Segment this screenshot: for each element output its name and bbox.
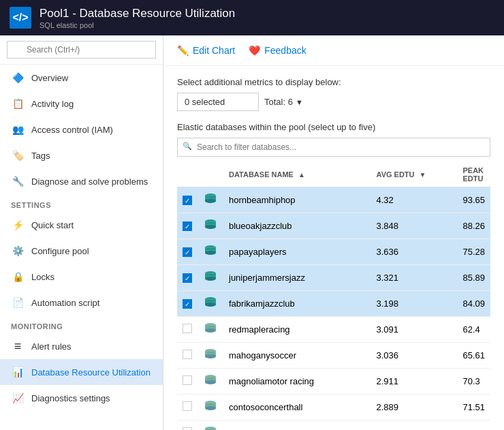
avg-edtu-cell: 2.889	[371, 395, 458, 420]
sidebar-item-automation-script[interactable]: 📄 Automation script	[0, 290, 163, 316]
feedback-icon: ❤️	[249, 45, 260, 56]
search-input[interactable]	[7, 41, 156, 59]
db-name-cell: dogwooddojo	[223, 420, 371, 431]
sidebar-item-alert-rules[interactable]: ≡ Alert rules	[0, 333, 163, 359]
db-resource-util-icon: 📊	[11, 365, 25, 379]
checkbox-unchecked[interactable]	[183, 350, 192, 359]
svg-rect-12	[205, 221, 216, 223]
sidebar-item-access-control[interactable]: 👥 Access control (IAM)	[0, 117, 163, 142]
avg-edtu-cell: 3.091	[371, 317, 458, 343]
row-checkbox-cell	[177, 369, 198, 395]
svg-rect-55	[205, 380, 216, 381]
col-db-name[interactable]: DATABASE NAME ▲	[223, 162, 371, 187]
sidebar-item-db-resource-util[interactable]: 📊 Database Resource Utilization	[0, 359, 163, 385]
table-row[interactable]: ✓ juniperjammersjazz3.32185.89	[177, 265, 490, 291]
table-row[interactable]: ✓ blueoakjazzclub3.84888.26	[177, 213, 490, 239]
db-icon-cell	[198, 420, 223, 431]
db-name-cell: mahoganysoccer	[223, 343, 371, 369]
checkbox-checked[interactable]: ✓	[183, 299, 192, 309]
app-header: </> Pool1 - Database Resource Utilizatio…	[0, 0, 504, 35]
metrics-dropdown[interactable]: 0 selected	[177, 93, 259, 111]
peak-edtu-cell: 85.89	[457, 265, 490, 291]
sidebar-item-quick-start[interactable]: ⚡ Quick start	[0, 212, 163, 238]
sidebar-item-locks[interactable]: 🔒 Locks	[0, 264, 163, 290]
iam-icon: 👥	[11, 123, 25, 136]
sidebar-item-label: Access control (IAM)	[31, 125, 113, 135]
row-checkbox-cell	[177, 420, 198, 431]
page-title: Pool1 - Database Resource Utilization	[40, 7, 235, 20]
svg-point-46	[205, 354, 216, 358]
monitoring-section-label: MONITORING	[0, 316, 163, 333]
db-stack-icon	[203, 269, 218, 284]
sidebar-item-diagnostics-settings[interactable]: 📈 Diagnostics settings	[0, 385, 163, 411]
svg-rect-68	[205, 429, 216, 430]
sidebar-item-label: Overview	[31, 73, 68, 83]
db-name-cell: redmapleracing	[223, 317, 371, 343]
sidebar-item-label: Alert rules	[31, 341, 72, 352]
table-row[interactable]: contosoconcerthall2.88971.51	[177, 395, 490, 420]
col-avg-edtu-label: AVG EDTU	[377, 170, 415, 179]
svg-rect-41	[205, 328, 216, 329]
sidebar-item-overview[interactable]: 🔷 Overview	[0, 65, 163, 91]
checkbox-unchecked[interactable]	[183, 427, 192, 430]
checkbox-checked[interactable]: ✓	[183, 247, 192, 257]
sidebar-item-label: Locks	[31, 272, 54, 282]
sort-asc-icon: ▲	[298, 171, 305, 179]
sidebar: 🔷 Overview 📋 Activity log 👥 Access contr…	[0, 35, 163, 430]
table-row[interactable]: mahoganysoccer3.03665.61	[177, 343, 490, 369]
db-filter-input[interactable]	[177, 138, 490, 157]
table-row[interactable]: ✓ fabrikamjazzclub3.19884.09	[177, 291, 490, 317]
checkbox-unchecked[interactable]	[183, 375, 192, 385]
db-section-label: Elastic databases within the pool (selec…	[177, 122, 490, 132]
sidebar-item-diagnose[interactable]: 🔧 Diagnose and solve problems	[0, 168, 163, 194]
sidebar-search-container	[0, 35, 163, 65]
sidebar-item-configure-pool[interactable]: ⚙️ Configure pool	[0, 238, 163, 264]
diagnostics-settings-icon: 📈	[11, 391, 25, 405]
avg-edtu-cell: 3.636	[371, 239, 458, 265]
sidebar-item-activity-log[interactable]: 📋 Activity log	[0, 91, 163, 117]
db-icon-cell	[198, 213, 223, 239]
avg-edtu-cell: 3.848	[371, 213, 458, 239]
svg-point-39	[205, 328, 216, 333]
feedback-label: Feedback	[264, 45, 306, 56]
peak-edtu-cell: 84.09	[457, 291, 490, 317]
db-name-cell: juniperjammersjazz	[223, 265, 371, 291]
metrics-label: Select additional metrics to display bel…	[177, 77, 490, 87]
table-row[interactable]: ✓ hornbeamhiphop4.3293.65	[177, 187, 490, 213]
toolbar: ✏️ Edit Chart ❤️ Feedback	[163, 35, 504, 66]
svg-point-11	[205, 225, 216, 229]
db-stack-icon	[203, 191, 218, 206]
db-name-cell: hornbeamhiphop	[223, 187, 371, 213]
checkbox-unchecked[interactable]	[183, 401, 192, 411]
edit-chart-label: Edit Chart	[193, 45, 235, 56]
sidebar-item-label: Configure pool	[31, 246, 89, 256]
svg-rect-26	[205, 273, 216, 275]
locks-icon: 🔒	[11, 270, 25, 283]
sidebar-item-tags[interactable]: 🏷️ Tags	[0, 142, 163, 168]
svg-rect-62	[205, 405, 216, 407]
col-avg-edtu[interactable]: AVG EDTU ▼	[371, 162, 458, 187]
feedback-button[interactable]: ❤️ Feedback	[249, 44, 306, 57]
tags-icon: 🏷️	[11, 149, 25, 162]
db-table: DATABASE NAME ▲ AVG EDTU ▼ PEAK EDTU ✓	[177, 162, 490, 430]
checkbox-checked[interactable]: ✓	[183, 196, 192, 205]
db-stack-icon	[203, 217, 218, 232]
checkbox-unchecked[interactable]	[183, 324, 192, 333]
table-row[interactable]: dogwooddojo2.73157.49	[177, 420, 490, 431]
edit-chart-button[interactable]: ✏️ Edit Chart	[177, 44, 235, 57]
metrics-total-value: Total: 6	[264, 97, 293, 107]
db-name-cell: contosoconcerthall	[223, 395, 371, 420]
table-row[interactable]: redmapleracing3.09162.4	[177, 317, 490, 343]
db-icon-cell	[198, 395, 223, 420]
col-peak-edtu-label: PEAK EDTU	[462, 166, 484, 183]
table-row[interactable]: magnoliamotor racing2.91170.3	[177, 369, 490, 395]
alert-rules-icon: ≡	[11, 339, 25, 353]
table-row[interactable]: ✓ papayaplayers3.63675.28	[177, 239, 490, 265]
svg-rect-6	[205, 198, 216, 200]
peak-edtu-cell: 88.26	[457, 213, 490, 239]
checkbox-checked[interactable]: ✓	[183, 273, 192, 283]
db-stack-icon	[203, 399, 218, 414]
checkbox-checked[interactable]: ✓	[183, 221, 192, 231]
db-stack-icon	[203, 347, 218, 362]
avg-edtu-cell: 2.911	[371, 369, 458, 395]
